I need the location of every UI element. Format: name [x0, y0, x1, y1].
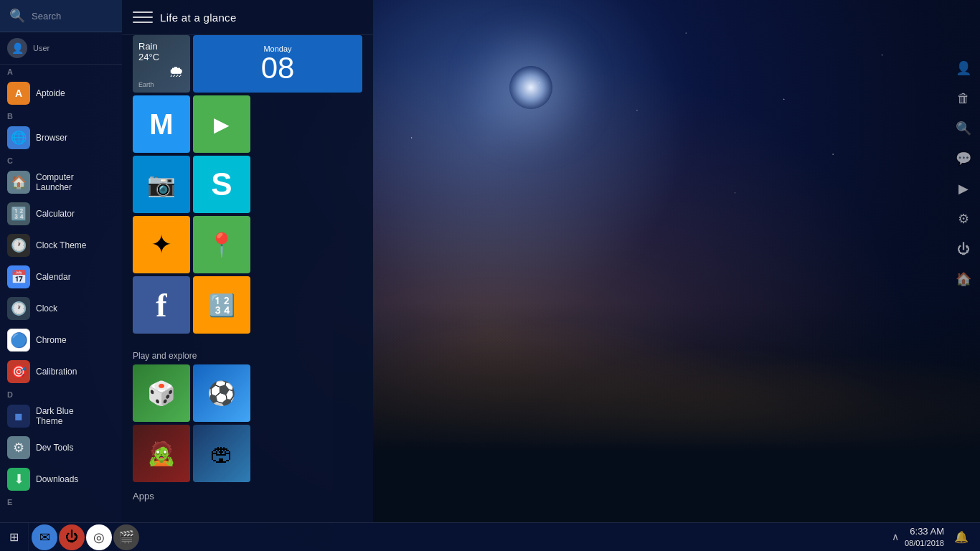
game-tile-3[interactable]: 🧟 — [133, 425, 190, 482]
calendar-tile[interactable]: Monday 08 — [193, 35, 362, 93]
play-store-icon: ▶ — [214, 113, 230, 136]
taskbar-time-value: 6:33 AM — [910, 525, 944, 538]
sidebar-item-clock[interactable]: 🕐 Clock — [0, 293, 122, 324]
tiles-row-4: ✦ 📍 — [133, 216, 362, 273]
taskbar-chevron-up[interactable]: ∧ — [892, 531, 899, 542]
skype-icon: S — [211, 166, 232, 202]
clock-theme-icon: 🕐 — [7, 234, 30, 257]
aptoide-label: Aptoide — [36, 88, 65, 98]
sidebar-item-calibration[interactable]: 🎯 Calibration — [0, 356, 122, 387]
browser-icon: 🌐 — [7, 126, 30, 149]
alpha-c: C — [0, 154, 122, 166]
taskbar-grid-button[interactable]: ⊞ — [0, 523, 29, 552]
game-tile-2[interactable]: ⚽ — [193, 364, 250, 422]
downloads-icon: ⬇ — [7, 468, 30, 491]
tiles-row-3: 📷 S — [133, 156, 362, 213]
mountains — [333, 303, 980, 551]
calculator-tile[interactable]: 🔢 — [193, 276, 250, 334]
search-icon: 🔍 — [7, 6, 27, 26]
strip-power-icon[interactable]: ⏻ — [953, 238, 974, 260]
calculator-label: Calculator — [36, 209, 75, 219]
tiles-row-5: f 🔢 — [133, 276, 362, 334]
sidebar-user-row[interactable]: 👤 User — [0, 32, 122, 65]
panel-header: Life at a glance — [122, 0, 373, 35]
weather-tile[interactable]: Rain 24°C 🌧 Earth — [133, 35, 190, 93]
skype-tile[interactable]: S — [193, 156, 250, 213]
sidebar-item-dark-blue-theme[interactable]: ◼ Dark BlueTheme — [0, 400, 122, 432]
sidebar-item-dev-tools[interactable]: ⚙ Dev Tools — [0, 432, 122, 463]
calendar-label: Calendar — [36, 272, 71, 282]
taskbar-power-icon[interactable]: ⏻ — [59, 524, 85, 550]
strip-whatsapp-icon[interactable]: 💬 — [953, 148, 974, 169]
app-panel: Life at a glance Life at a glance Rain 2… — [122, 0, 373, 522]
alpha-a: A — [0, 65, 122, 77]
calculator-icon: 🔢 — [7, 202, 30, 225]
alpha-d: D — [0, 387, 122, 400]
sidebar-item-downloads[interactable]: ⬇ Downloads — [0, 463, 122, 495]
taskbar-mail-icon[interactable]: ✉ — [32, 524, 57, 550]
hamburger-line-2 — [133, 17, 153, 18]
calibration-icon: 🎯 — [7, 360, 30, 383]
weather-icon: 🌧 — [138, 62, 184, 81]
taskbar-notification-bell[interactable]: 🔔 — [950, 525, 973, 548]
maps-tile[interactable]: 📍 — [193, 216, 250, 273]
weather-condition: Rain — [138, 41, 184, 52]
sidebar-item-calendar[interactable]: 📅 Calendar — [0, 261, 122, 293]
strip-youtube-icon[interactable]: ▶ — [953, 178, 974, 199]
browser-label: Browser — [36, 133, 67, 143]
dev-tools-icon: ⚙ — [7, 436, 30, 459]
sidebar-item-computer-launcher[interactable]: 🏠 ComputerLauncher — [0, 166, 122, 198]
search-input[interactable] — [27, 11, 115, 22]
sidebar-item-clock-theme[interactable]: 🕐 Clock Theme — [0, 230, 122, 261]
panel-title: Life at a glance — [160, 11, 237, 24]
tiles-row-2: M ▶ — [133, 95, 362, 153]
games-row-2: 🧟 🏟 — [122, 425, 373, 485]
game-tile-1[interactable]: 🎲 — [133, 364, 190, 422]
dev-tools-label: Dev Tools — [36, 443, 73, 453]
calculator-tile-icon: 🔢 — [209, 293, 235, 318]
gmail-icon: M — [149, 108, 173, 141]
taskbar-apps: ✉ ⏻ ◎ 🎬 — [29, 524, 142, 550]
user-label: User — [33, 44, 50, 52]
taskbar-date-value: 08/01/2018 — [905, 538, 944, 549]
taskbar-systray: ∧ 6:33 AM 08/01/2018 🔔 — [885, 525, 980, 550]
sidebar: 🔍 👤 User A A Aptoide B 🌐 Browser C 🏠 Com… — [0, 0, 122, 522]
computer-launcher-icon: 🏠 — [7, 171, 30, 194]
taskbar-media-icon[interactable]: 🎬 — [113, 524, 139, 550]
section-title-apps: Apps — [122, 485, 373, 504]
strip-settings-icon[interactable]: ⚙ — [953, 208, 974, 230]
calendar-icon: 📅 — [7, 265, 30, 288]
game-tile-4[interactable]: 🏟 — [193, 425, 250, 482]
clock-label: Clock — [36, 303, 57, 314]
weather-location: Earth — [138, 81, 184, 88]
sidebar-item-browser[interactable]: 🌐 Browser — [0, 122, 122, 154]
strip-recycle-icon[interactable]: 🗑 — [953, 88, 974, 109]
sidebar-item-aptoide[interactable]: A Aptoide — [0, 77, 122, 109]
games-row-1: 🎲 ⚽ — [122, 364, 373, 425]
camera-tile[interactable]: 📷 — [133, 156, 190, 213]
hamburger-menu[interactable] — [133, 7, 153, 27]
maps-icon: 📍 — [207, 231, 236, 258]
downloads-label: Downloads — [36, 474, 78, 484]
game-icon-1: 🎲 — [133, 364, 190, 422]
strip-user-icon[interactable]: 👤 — [953, 57, 974, 79]
computer-launcher-label: ComputerLauncher — [36, 172, 74, 193]
game-icon-2: ⚽ — [193, 364, 250, 422]
taskbar-clock: 6:33 AM 08/01/2018 — [905, 525, 944, 550]
aptoide-icon: A — [7, 82, 30, 105]
weather-temperature: 24°C — [138, 52, 184, 62]
search-bar[interactable]: 🔍 — [0, 0, 122, 32]
play-store-tile[interactable]: ▶ — [193, 95, 250, 153]
sidebar-item-calculator[interactable]: 🔢 Calculator — [0, 198, 122, 230]
alpha-e: E — [0, 495, 122, 508]
photos-tile[interactable]: ✦ — [133, 216, 190, 273]
facebook-tile[interactable]: f — [133, 276, 190, 334]
facebook-icon: f — [156, 286, 166, 324]
dark-blue-theme-label: Dark BlueTheme — [36, 406, 74, 427]
taskbar-chrome-icon[interactable]: ◎ — [86, 524, 112, 550]
sidebar-item-chrome[interactable]: 🔵 Chrome — [0, 324, 122, 356]
strip-search-icon[interactable]: 🔍 — [953, 118, 974, 139]
gmail-tile[interactable]: M — [133, 95, 190, 153]
strip-home-icon[interactable]: 🏠 — [953, 268, 974, 290]
game-icon-4: 🏟 — [193, 425, 250, 482]
